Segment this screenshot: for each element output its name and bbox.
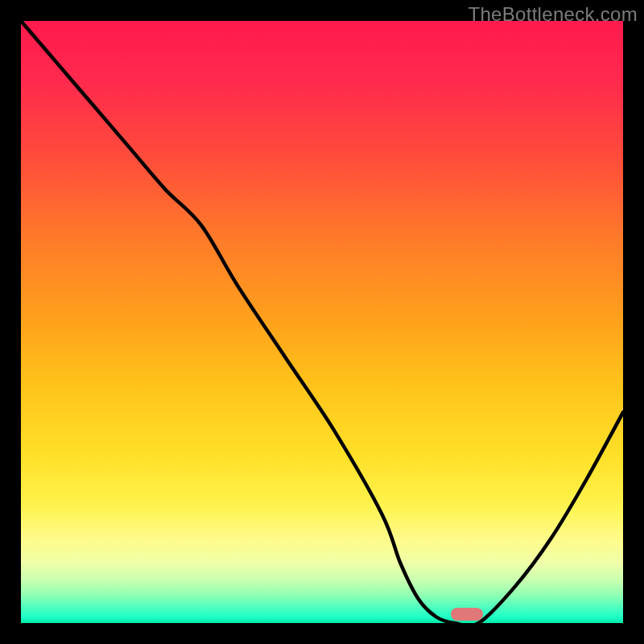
chart-line-svg	[21, 21, 623, 623]
watermark-text: TheBottleneck.com	[468, 3, 638, 26]
optimal-point-marker	[451, 608, 483, 621]
chart-frame: TheBottleneck.com	[0, 0, 644, 644]
bottleneck-curve-path	[21, 21, 623, 623]
chart-plot-area	[21, 21, 623, 623]
